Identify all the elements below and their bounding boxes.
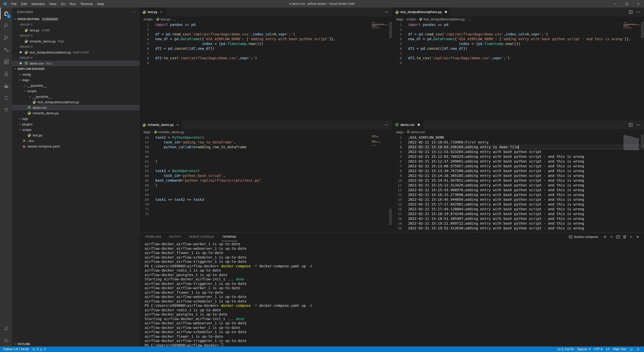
breadcrumb-item[interactable]: ... — [187, 130, 190, 134]
menu-run[interactable]: Run — [67, 0, 78, 8]
feedback-smiley-icon[interactable] — [628, 346, 635, 352]
terminal-picker[interactable]: docker-compose — [569, 235, 598, 239]
outline-header[interactable]: › OUTLINE — [12, 341, 140, 346]
panel-tab-output[interactable]: OUTPUT — [169, 232, 182, 241]
code-area[interactable]: 1import pandas as pd23df = pd.read_csv('… — [140, 22, 392, 120]
close-window-button[interactable] — [632, 0, 644, 8]
code-area[interactable]: 1import pandas as pd23df = pd.read_csv('… — [392, 22, 644, 120]
file-item-demo-csv[interactable]: demo.csv — [12, 105, 140, 110]
close-icon[interactable] — [159, 10, 164, 15]
breadcrumb-item[interactable]: scripts — [407, 17, 416, 21]
docker-icon[interactable] — [0, 80, 12, 92]
menu-help[interactable]: Help — [95, 0, 106, 8]
breadcrumb-item[interactable]: dags — [143, 130, 150, 134]
menu-selection[interactable]: Selection — [29, 0, 47, 8]
code-token: pandas — [170, 23, 183, 27]
encoding-status[interactable]: UTF-8 — [592, 346, 604, 352]
eol-status[interactable]: LF — [604, 346, 611, 352]
tab-test-py[interactable]: test.py — [140, 8, 166, 16]
more-actions-icon[interactable] — [635, 122, 641, 128]
terminal-dropdown-icon[interactable] — [609, 234, 614, 240]
indentation-status[interactable]: Spaces: 4 — [575, 346, 592, 352]
folder-item-dags[interactable]: ›dags — [12, 77, 140, 83]
explorer-icon[interactable]: 2 — [0, 8, 12, 20]
breadcrumb-item[interactable]: scripts — [143, 17, 153, 21]
code-area[interactable]: 56task2 = PythonOperator(57 task_id='add… — [140, 135, 392, 232]
open-editors-header[interactable]: › OPEN EDITORS 2 UNSAVED — [12, 16, 140, 22]
file-item-richards-demo-py[interactable]: richards_demo.py — [12, 110, 140, 116]
kill-terminal-icon[interactable] — [622, 234, 627, 240]
panel-tab-problems[interactable]: PROBLEMS — [145, 232, 162, 241]
folder-item-scripts[interactable]: ›scripts — [12, 127, 140, 132]
panel-tab-debug-console[interactable]: DEBUG CONSOLE — [189, 232, 215, 241]
tab-demo-csv[interactable]: demo.csv — [392, 120, 424, 129]
file-item-test-dontputthescripthere-py[interactable]: test_dontputthescripthere.py — [12, 99, 140, 105]
breadcrumb-item[interactable]: richards_demo.py — [154, 130, 184, 134]
scrollbar-slider[interactable] — [389, 22, 392, 38]
settings-icon[interactable] — [0, 334, 12, 346]
tab-richards-demo-py[interactable]: richards_demo.py — [140, 120, 182, 129]
minimize-button[interactable] — [609, 0, 621, 8]
scrollbar-slider[interactable] — [641, 135, 644, 148]
folder-item-logs[interactable]: ›logs — [12, 116, 140, 121]
more-actions-icon[interactable] — [635, 9, 641, 15]
account-icon[interactable] — [0, 322, 12, 334]
breadcrumb-item[interactable]: test_dontputthescripthere.py — [419, 17, 465, 21]
folder-root-header[interactable]: › AIRFLOW-DOCKER — [12, 66, 140, 72]
menu-terminal[interactable]: Terminal — [78, 0, 95, 8]
maximize-button[interactable] — [621, 0, 632, 8]
new-terminal-icon[interactable] — [602, 234, 608, 240]
folder-item-plugins[interactable]: ›plugins — [12, 121, 140, 127]
open-editor-item[interactable]: richards_demo.pydags — [12, 38, 140, 44]
python-interpreter-status[interactable]: Python 3.9.7 64-bit — [2, 346, 30, 352]
folder-item--pycache-[interactable]: ›__pycache__ — [12, 83, 140, 88]
open-editor-item[interactable]: test.pyscripts — [12, 27, 140, 33]
open-editors-list: GROUP 1test.pyscriptsGROUP 2richards_dem… — [12, 22, 140, 66]
language-mode-status[interactable]: Plain Text — [611, 346, 628, 352]
open-editor-item[interactable]: test_dontputthescripthere.pydags\scripts — [12, 49, 140, 55]
folder-item-scripts[interactable]: ›scripts — [12, 88, 140, 94]
breadcrumb-item[interactable]: dags — [396, 17, 403, 21]
cursor-position-status[interactable]: Ln 3, Col 53 — [555, 346, 575, 352]
split-editor-icon[interactable] — [628, 122, 633, 128]
scrollbar-slider[interactable] — [641, 22, 644, 38]
folder-item--pycache-[interactable]: ›__pycache__ — [12, 94, 140, 99]
run-debug-icon[interactable] — [0, 44, 12, 56]
breadcrumb-item[interactable]: dags — [396, 130, 403, 134]
search-icon[interactable] — [0, 20, 12, 32]
open-editor-item[interactable]: demo.csvdags — [12, 61, 140, 66]
tab-test-dontputthescripthere-py[interactable]: test_dontputthescripthere.py — [392, 8, 451, 16]
testing-icon[interactable] — [0, 68, 12, 80]
split-editor-icon[interactable] — [628, 9, 633, 15]
breadcrumb-item[interactable]: test.py — [156, 17, 170, 21]
code-token: 2022-02-21 15:11:53.923284;adding entry … — [408, 150, 542, 154]
menu-view[interactable]: View — [47, 0, 59, 8]
breadcrumb-item[interactable]: ... — [468, 17, 471, 21]
extensions-icon[interactable] — [0, 56, 12, 68]
breadcrumb-item[interactable]: ... — [173, 17, 176, 21]
code-area[interactable]: 1;GIA_AIRFLOW_DEMO22022-02-21 15:10:01.7… — [392, 135, 644, 232]
more-actions-icon[interactable] — [384, 9, 389, 15]
folder-item-config[interactable]: ›config — [12, 72, 140, 77]
file-item-docker-compose-yaml[interactable]: docker-compose.yaml — [12, 143, 140, 149]
remote-icon[interactable] — [0, 104, 12, 116]
file-item-test-py[interactable]: test.py — [12, 132, 140, 138]
menu-edit[interactable]: Edit — [19, 0, 29, 8]
breadcrumb-item[interactable]: demo.csv — [407, 130, 425, 134]
file-item--env[interactable]: .env — [12, 138, 140, 143]
jupyter-icon[interactable] — [0, 92, 12, 104]
problems-status[interactable]: 0 0 — [30, 346, 48, 352]
notifications-bell-icon[interactable] — [635, 346, 641, 352]
close-icon[interactable] — [175, 122, 180, 127]
views-more-actions-icon[interactable]: ··· — [131, 10, 136, 14]
terminal-body[interactable]: airflow-docker_airflow-worker_1 is up-to… — [140, 241, 644, 346]
scrollbar-slider[interactable] — [389, 209, 392, 225]
panel-tab-terminal[interactable]: TERMINAL — [222, 232, 237, 241]
more-actions-icon[interactable] — [384, 122, 389, 128]
split-terminal-icon[interactable] — [615, 234, 621, 240]
menu-file[interactable]: File — [9, 0, 19, 8]
source-control-icon[interactable] — [0, 32, 12, 44]
close-panel-icon[interactable] — [635, 234, 640, 240]
maximize-panel-icon[interactable] — [628, 234, 634, 240]
menu-go[interactable]: Go — [59, 0, 67, 8]
